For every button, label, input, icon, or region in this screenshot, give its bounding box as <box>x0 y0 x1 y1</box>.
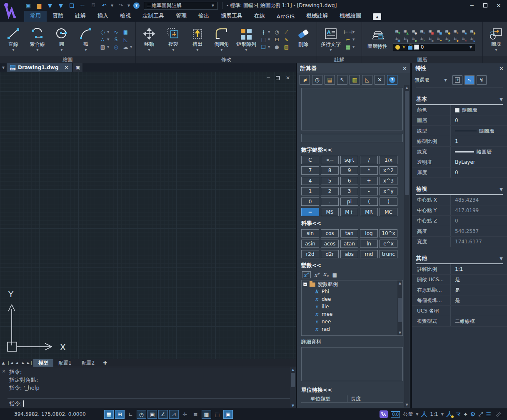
wipeout-icon[interactable]: ◺ <box>122 36 129 42</box>
prop-row-height[interactable]: 高度 540.2537 <box>412 226 507 237</box>
calc-key-6[interactable]: 6 <box>340 177 358 185</box>
scroll-thumb[interactable] <box>405 91 409 195</box>
calculator-scrollbar[interactable]: ▲ ▼ <box>404 85 410 408</box>
scroll-down-icon[interactable]: ▼ <box>404 402 410 408</box>
close-doc-icon[interactable]: ✕ <box>64 65 68 70</box>
rect-array-button[interactable]: 矩形陣列▼ <box>235 27 257 52</box>
calc-key-trunc[interactable]: trunc <box>380 250 397 258</box>
panel-block-label[interactable] <box>483 56 507 63</box>
calc-key-plus[interactable]: + <box>360 177 378 185</box>
tab-mech-annotate[interactable]: 機械註解 <box>300 10 334 22</box>
calc-key-d2r[interactable]: d2r <box>321 250 339 258</box>
arc-button[interactable]: 弧▼ <box>75 27 97 52</box>
calc-key-asin[interactable]: asin <box>301 240 319 248</box>
save-icon[interactable]: ▼ <box>46 2 54 9</box>
fullscreen-icon[interactable]: ⤢ <box>478 411 483 418</box>
isolate-objects-icon[interactable]: ⌖ <box>464 411 467 418</box>
units-header[interactable]: 單位轉換<< <box>301 386 403 394</box>
scroll-up-icon[interactable]: ▲ <box>404 85 410 90</box>
tab-insert[interactable]: 插入 <box>92 10 114 22</box>
layer-tool-icon[interactable]: ≋✳ <box>451 28 459 35</box>
copy-sheets-icon[interactable]: ❏ <box>67 2 76 9</box>
layer-tool-icon[interactable]: ≋● <box>410 28 417 35</box>
variable-row[interactable]: xnee <box>302 318 402 325</box>
calc-key-1[interactable]: 1 <box>301 187 319 195</box>
scroll-up-icon[interactable]: ▲ <box>290 367 296 372</box>
layer-tool-icon[interactable]: ≋▦ <box>393 35 401 42</box>
calc-key-5[interactable]: 5 <box>321 177 339 185</box>
section-basic-header[interactable]: 基本 ▼ <box>416 95 503 105</box>
doc-restore-icon[interactable] <box>276 76 280 80</box>
prop-row-ucs-name[interactable]: UCS 名稱 <box>412 306 507 316</box>
workspace-dropdown[interactable]: 二維草圖與註解 ▼ <box>144 2 218 10</box>
unit-type-column[interactable]: 單位類型 <box>301 395 347 402</box>
calc-key-backspace[interactable]: <-- <box>321 156 339 164</box>
calc-key-minus[interactable]: - <box>360 187 378 195</box>
calculator-history-display[interactable] <box>301 88 403 130</box>
get-coordinates-icon[interactable]: ↖ <box>337 75 347 85</box>
maximize-button[interactable] <box>480 1 491 10</box>
variable-row[interactable]: kPhi <box>302 288 402 295</box>
calc-key-square[interactable]: x^2 <box>380 166 397 175</box>
layer-tool-icon[interactable]: ≋▲ <box>401 28 409 35</box>
calc-key-equals[interactable]: = <box>301 208 319 216</box>
layer-tool-icon[interactable]: ≋■ <box>435 28 442 35</box>
calc-key-decimal[interactable]: . <box>321 198 339 206</box>
lengthen-icon[interactable]: ∿ <box>283 36 290 42</box>
layer-tool-icon[interactable]: ≋✦ <box>435 35 442 42</box>
fillet-button[interactable]: 倒圓角▼ <box>211 27 232 52</box>
prop-row-lineweight[interactable]: 線寬 隨圖層 <box>412 147 507 157</box>
calc-key-pi[interactable]: pi <box>340 198 358 206</box>
variable-row[interactable]: xrad <box>302 325 402 333</box>
units-caret-icon[interactable]: ▼ <box>416 412 418 416</box>
calc-key-cube[interactable]: x^3 <box>380 177 397 185</box>
calc-key-ex[interactable]: e^x <box>380 240 397 248</box>
erase-button[interactable]: 刪除 <box>292 27 314 52</box>
table-icon[interactable]: ▦ <box>345 44 352 50</box>
rotate-icon[interactable]: ❏ <box>260 44 267 50</box>
calc-key-ln[interactable]: ln <box>360 240 378 248</box>
layer-tool-icon[interactable]: ≋≡ <box>426 35 434 42</box>
minimize-button[interactable]: ─ <box>466 1 478 10</box>
object-snap-tracking-toggle-icon[interactable]: ⊿ <box>169 410 179 419</box>
cmd-expand-icon[interactable]: ▲ <box>0 359 7 367</box>
leader-icon[interactable]: ⌐ <box>345 36 352 42</box>
quick-select-button[interactable]: ↯ <box>477 75 487 85</box>
caret-icon[interactable]: ▼ <box>352 45 355 49</box>
drawing-units-label[interactable]: 公釐 <box>403 411 413 418</box>
tab-layout1[interactable]: 配置1 <box>53 359 77 367</box>
layer-tool-icon[interactable]: ≋▼ <box>393 28 401 35</box>
prop-row-annotation-scale[interactable]: 註解比例 1:1 <box>412 264 507 275</box>
layer-tool-icon[interactable]: ≋⟳ <box>443 35 451 42</box>
copy-button[interactable]: 複製▼ <box>162 27 184 52</box>
spline-icon[interactable]: ∿ <box>112 29 120 35</box>
circle-button[interactable]: 圓▼ <box>51 27 72 52</box>
layer-tool-icon[interactable]: ≋✳ <box>418 28 426 35</box>
helix-icon[interactable]: S <box>112 36 120 42</box>
measure-angle-icon[interactable]: ◺ <box>362 75 372 85</box>
new-file-icon[interactable]: ▣ <box>24 2 32 9</box>
delete-icon[interactable]: ✕ <box>375 75 385 85</box>
calc-key-10x[interactable]: 10^x <box>380 229 397 238</box>
dimension-icon[interactable]: ⊢⊣ <box>345 29 352 35</box>
unit-length-column[interactable]: 長度 <box>347 395 403 402</box>
calc-key-abs[interactable]: abs <box>340 250 358 258</box>
snap-mode-toggle-icon[interactable]: ⊞ <box>115 410 125 419</box>
move-button[interactable]: 移動▼ <box>138 27 160 52</box>
calc-key-atan[interactable]: atan <box>340 240 358 248</box>
prop-row-transparency[interactable]: 透明度 ByLayer <box>412 157 507 168</box>
tab-arcgis[interactable]: ArcGIS <box>271 12 300 22</box>
caret-icon[interactable]: ▼ <box>107 45 110 49</box>
layer-tool-icon[interactable]: ≋✕ <box>460 35 467 42</box>
calc-key-sin[interactable]: sin <box>301 229 319 238</box>
properties-close-icon[interactable]: ✕ <box>499 65 504 72</box>
variables-header[interactable]: 變數<< <box>301 262 403 269</box>
open-folder-icon[interactable]: ▆ <box>35 2 43 9</box>
prop-row-linetype[interactable]: 線型 隨圖層 <box>412 126 507 136</box>
resize-grip[interactable] <box>496 412 501 417</box>
layer-tool-icon[interactable]: ≋✓ <box>418 35 426 42</box>
tab-layout2[interactable]: 配置2 <box>77 359 100 367</box>
prop-row-ucs-icon-on[interactable]: 開啟 UCS... 是 <box>412 275 507 285</box>
object-snap-toggle-icon[interactable]: ▣ <box>147 410 157 419</box>
tab-model[interactable]: 模型 <box>33 359 53 367</box>
